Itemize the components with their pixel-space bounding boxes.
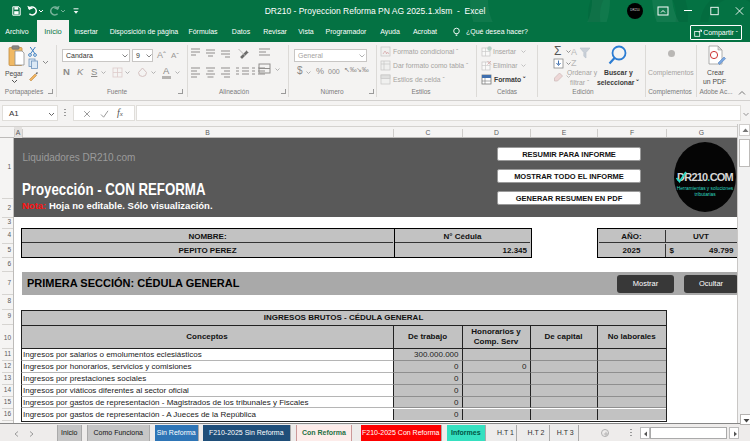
svg-text:Z: Z — [571, 58, 577, 68]
svg-text:A: A — [571, 47, 577, 57]
